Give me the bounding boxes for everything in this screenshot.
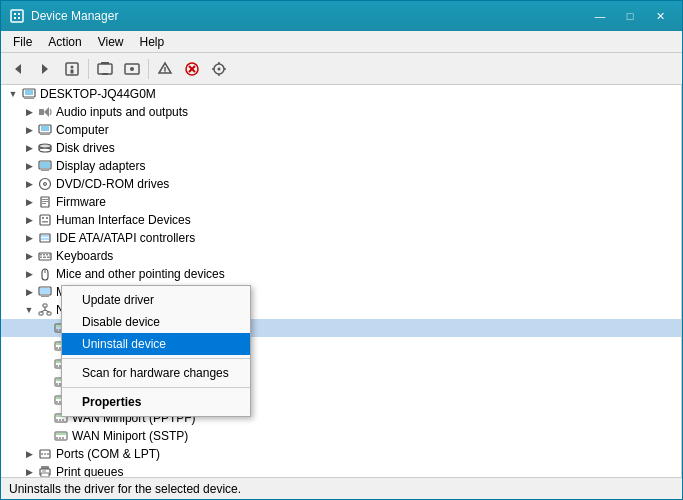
- properties-button[interactable]: [59, 57, 85, 81]
- ctx-update-driver[interactable]: Update driver: [62, 289, 250, 311]
- mice-expander[interactable]: ▶: [21, 266, 37, 282]
- svg-point-95: [56, 401, 58, 403]
- maximize-button[interactable]: □: [616, 6, 644, 26]
- update-driver-button[interactable]: [119, 57, 145, 81]
- svg-rect-44: [42, 199, 48, 200]
- keyboards-expander[interactable]: ▶: [21, 248, 37, 264]
- svg-point-111: [47, 453, 49, 455]
- forward-button[interactable]: [32, 57, 58, 81]
- tree-item-ports[interactable]: ▶ Ports (COM & LPT): [1, 445, 681, 463]
- monitors-expander[interactable]: ▶: [21, 284, 37, 300]
- audio-expander[interactable]: ▶: [21, 104, 37, 120]
- tree-item-wan-sstp[interactable]: WAN Miniport (SSTP): [1, 427, 681, 445]
- tree-item-firmware[interactable]: ▶ Firmware: [1, 193, 681, 211]
- tree-item-mice[interactable]: ▶ Mice and other pointing devices: [1, 265, 681, 283]
- wan-sstp-label: WAN Miniport (SSTP): [72, 429, 188, 443]
- tree-root[interactable]: ▼ DESKTOP-JQ44G0M: [1, 85, 681, 103]
- svg-point-80: [56, 347, 58, 349]
- svg-rect-29: [41, 126, 49, 131]
- toolbar-sep-1: [88, 59, 89, 79]
- status-bar: Uninstalls the driver for the selected d…: [1, 477, 682, 499]
- svg-marker-6: [42, 64, 48, 74]
- svg-rect-3: [14, 17, 16, 19]
- tree-item-print[interactable]: ▶ Print queues: [1, 463, 681, 477]
- svg-rect-52: [41, 235, 49, 237]
- firmware-icon: [37, 194, 53, 210]
- firmware-expander[interactable]: ▶: [21, 194, 37, 210]
- minimize-button[interactable]: —: [586, 6, 614, 26]
- svg-rect-58: [49, 254, 51, 256]
- menu-action[interactable]: Action: [40, 33, 89, 51]
- svg-rect-39: [41, 170, 49, 171]
- svg-rect-115: [42, 471, 46, 472]
- hid-expander[interactable]: ▶: [21, 212, 37, 228]
- svg-rect-48: [42, 217, 44, 219]
- svg-rect-11: [101, 62, 109, 64]
- keyboard-icon: [37, 248, 53, 264]
- svg-rect-25: [24, 98, 34, 99]
- svg-rect-49: [46, 217, 48, 219]
- svg-point-32: [39, 148, 51, 152]
- disk-expander[interactable]: ▶: [21, 140, 37, 156]
- scan-button[interactable]: [92, 57, 118, 81]
- tree-item-ide[interactable]: ▶ IDE ATA/ATAPI controllers: [1, 229, 681, 247]
- ports-expander[interactable]: ▶: [21, 446, 37, 462]
- dvd-icon: [37, 176, 53, 192]
- print-expander[interactable]: ▶: [21, 464, 37, 477]
- title-bar: Device Manager — □ ✕: [1, 1, 682, 31]
- menu-help[interactable]: Help: [132, 33, 173, 51]
- close-button[interactable]: ✕: [646, 6, 674, 26]
- menu-file[interactable]: File: [5, 33, 40, 51]
- svg-rect-23: [25, 90, 33, 95]
- svg-point-109: [41, 453, 43, 455]
- svg-rect-59: [40, 257, 42, 259]
- svg-rect-60: [43, 257, 46, 259]
- svg-point-105: [56, 437, 58, 439]
- tree-item-hid[interactable]: ▶ Human Interface Devices: [1, 211, 681, 229]
- back-button[interactable]: [5, 57, 31, 81]
- tree-item-dvd[interactable]: ▶ DVD/CD-ROM drives: [1, 175, 681, 193]
- context-menu: Update driver Disable device Uninstall d…: [61, 285, 251, 417]
- svg-point-85: [56, 365, 58, 367]
- tree-item-keyboards[interactable]: ▶ Keyboards: [1, 247, 681, 265]
- tree-item-audio[interactable]: ▶ Audio inputs and outputs: [1, 103, 681, 121]
- tree-item-display[interactable]: ▶ Display adapters: [1, 157, 681, 175]
- refresh-button[interactable]: [206, 57, 232, 81]
- tree-item-disk[interactable]: ▶ Disk drives: [1, 139, 681, 157]
- ctx-disable-device[interactable]: Disable device: [62, 311, 250, 333]
- ctx-scan-hardware[interactable]: Scan for hardware changes: [62, 362, 250, 384]
- ctx-uninstall-device[interactable]: Uninstall device: [62, 333, 250, 355]
- printer-icon: [37, 464, 53, 477]
- svg-rect-38: [43, 169, 47, 170]
- svg-rect-57: [46, 254, 48, 256]
- tree-panel[interactable]: ▼ DESKTOP-JQ44G0M ▶: [1, 85, 682, 477]
- network-expander[interactable]: ▼: [21, 302, 37, 318]
- svg-rect-30: [42, 133, 48, 134]
- svg-rect-26: [39, 109, 44, 115]
- menu-view[interactable]: View: [90, 33, 132, 51]
- svg-point-110: [44, 453, 46, 455]
- mice-label: Mice and other pointing devices: [56, 267, 225, 281]
- add-driver-button[interactable]: [152, 57, 178, 81]
- ports-label: Ports (COM & LPT): [56, 447, 160, 461]
- tree-item-computer[interactable]: ▶ Computer: [1, 121, 681, 139]
- svg-point-42: [45, 184, 46, 185]
- svg-rect-10: [98, 64, 112, 74]
- root-expander[interactable]: ▼: [5, 86, 21, 102]
- menu-bar: File Action View Help: [1, 31, 682, 53]
- computer-expander[interactable]: ▶: [21, 122, 37, 138]
- svg-point-75: [56, 329, 58, 331]
- svg-rect-24: [26, 97, 32, 98]
- disk-label: Disk drives: [56, 141, 115, 155]
- svg-marker-5: [15, 64, 21, 74]
- wan-sstp-icon: [53, 428, 69, 444]
- ctx-properties[interactable]: Properties: [62, 391, 250, 413]
- ide-expander[interactable]: ▶: [21, 230, 37, 246]
- dvd-expander[interactable]: ▶: [21, 176, 37, 192]
- ide-label: IDE ATA/ATAPI controllers: [56, 231, 195, 245]
- audio-icon: [37, 104, 53, 120]
- display-expander[interactable]: ▶: [21, 158, 37, 174]
- svg-point-100: [56, 419, 58, 421]
- uninstall-button[interactable]: [179, 57, 205, 81]
- toolbar: [1, 53, 682, 85]
